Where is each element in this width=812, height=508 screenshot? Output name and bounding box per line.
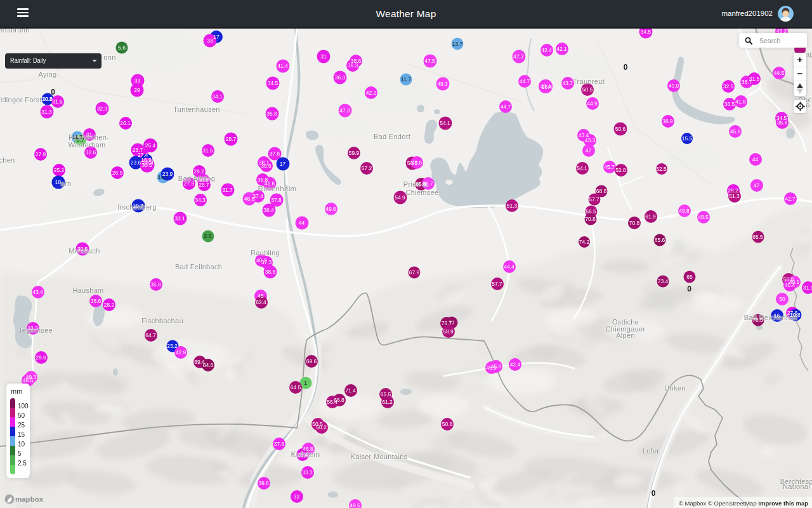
svg-text:mapbox: mapbox <box>15 495 44 503</box>
